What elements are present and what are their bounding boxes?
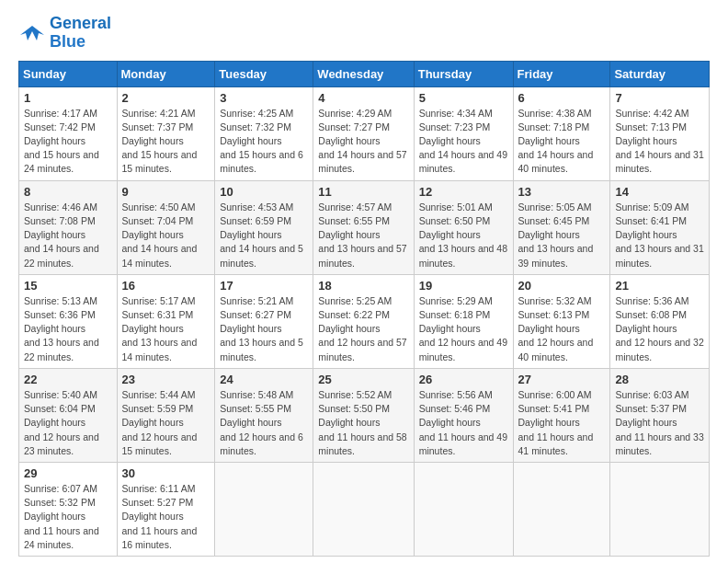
header: General Blue — [18, 15, 710, 52]
day-number: 14 — [615, 185, 704, 199]
day-number: 13 — [518, 185, 606, 199]
day-detail: Sunrise: 4:53 AMSunset: 6:59 PMDaylight … — [220, 201, 303, 269]
day-number: 5 — [419, 91, 508, 105]
day-cell — [513, 462, 610, 556]
day-cell: 13 Sunrise: 5:05 AMSunset: 6:45 PMDaylig… — [513, 180, 610, 274]
day-number: 15 — [24, 279, 112, 293]
day-number: 27 — [518, 373, 606, 386]
day-detail: Sunrise: 4:42 AMSunset: 7:13 PMDaylight … — [615, 108, 703, 175]
day-cell: 10 Sunrise: 4:53 AMSunset: 6:59 PMDaylig… — [215, 180, 313, 274]
day-number: 24 — [220, 373, 308, 386]
day-number: 22 — [24, 373, 112, 386]
day-cell: 14 Sunrise: 5:09 AMSunset: 6:41 PMDaylig… — [610, 180, 710, 274]
day-detail: Sunrise: 6:11 AMSunset: 5:27 PMDaylight … — [122, 483, 198, 550]
day-number: 30 — [122, 466, 210, 480]
column-header-tuesday: Tuesday — [215, 61, 313, 86]
svg-marker-0 — [20, 26, 44, 40]
column-header-monday: Monday — [117, 61, 215, 86]
day-cell: 6 Sunrise: 4:38 AMSunset: 7:18 PMDayligh… — [513, 86, 610, 180]
day-number: 7 — [615, 91, 704, 105]
day-detail: Sunrise: 5:09 AMSunset: 6:41 PMDaylight … — [615, 201, 703, 269]
day-cell: 23 Sunrise: 5:44 AMSunset: 5:59 PMDaylig… — [117, 368, 215, 462]
day-detail: Sunrise: 5:56 AMSunset: 5:46 PMDaylight … — [419, 389, 507, 456]
day-number: 2 — [122, 91, 210, 105]
day-detail: Sunrise: 5:29 AMSunset: 6:18 PMDaylight … — [419, 295, 507, 362]
day-detail: Sunrise: 5:48 AMSunset: 5:55 PMDaylight … — [220, 389, 303, 456]
column-header-wednesday: Wednesday — [313, 61, 414, 86]
day-cell: 5 Sunrise: 4:34 AMSunset: 7:23 PMDayligh… — [414, 86, 513, 180]
day-detail: Sunrise: 6:00 AMSunset: 5:41 PMDaylight … — [518, 389, 594, 456]
day-cell: 29 Sunrise: 6:07 AMSunset: 5:32 PMDaylig… — [19, 462, 118, 556]
day-number: 8 — [24, 185, 112, 199]
day-detail: Sunrise: 5:52 AMSunset: 5:50 PMDaylight … — [318, 389, 406, 456]
day-cell: 22 Sunrise: 5:40 AMSunset: 6:04 PMDaylig… — [19, 368, 118, 462]
day-detail: Sunrise: 5:01 AMSunset: 6:50 PMDaylight … — [419, 201, 507, 269]
day-detail: Sunrise: 4:57 AMSunset: 6:55 PMDaylight … — [318, 201, 406, 269]
day-detail: Sunrise: 5:25 AMSunset: 6:22 PMDaylight … — [318, 295, 406, 362]
day-number: 17 — [220, 279, 308, 293]
week-row-5: 29 Sunrise: 6:07 AMSunset: 5:32 PMDaylig… — [19, 462, 710, 556]
day-number: 3 — [220, 91, 308, 105]
day-number: 29 — [24, 466, 112, 480]
day-number: 20 — [518, 279, 606, 293]
day-detail: Sunrise: 4:25 AMSunset: 7:32 PMDaylight … — [220, 108, 303, 175]
week-row-2: 8 Sunrise: 4:46 AMSunset: 7:08 PMDayligh… — [19, 180, 710, 274]
day-detail: Sunrise: 5:13 AMSunset: 6:36 PMDaylight … — [24, 295, 99, 362]
day-cell: 4 Sunrise: 4:29 AMSunset: 7:27 PMDayligh… — [313, 86, 414, 180]
day-number: 9 — [122, 185, 210, 199]
day-cell: 9 Sunrise: 4:50 AMSunset: 7:04 PMDayligh… — [117, 180, 215, 274]
day-number: 6 — [518, 91, 606, 105]
logo-text: General Blue — [50, 15, 111, 52]
day-cell: 8 Sunrise: 4:46 AMSunset: 7:08 PMDayligh… — [19, 180, 118, 274]
day-cell: 3 Sunrise: 4:25 AMSunset: 7:32 PMDayligh… — [215, 86, 313, 180]
week-row-4: 22 Sunrise: 5:40 AMSunset: 6:04 PMDaylig… — [19, 368, 710, 462]
day-detail: Sunrise: 5:32 AMSunset: 6:13 PMDaylight … — [518, 295, 594, 362]
day-detail: Sunrise: 5:40 AMSunset: 6:04 PMDaylight … — [24, 389, 99, 456]
day-detail: Sunrise: 5:44 AMSunset: 5:59 PMDaylight … — [122, 389, 198, 456]
day-detail: Sunrise: 4:21 AMSunset: 7:37 PMDaylight … — [122, 108, 198, 175]
calendar-body: 1 Sunrise: 4:17 AMSunset: 7:42 PMDayligh… — [19, 86, 710, 556]
day-number: 11 — [318, 185, 408, 199]
day-cell: 30 Sunrise: 6:11 AMSunset: 5:27 PMDaylig… — [117, 462, 215, 556]
column-header-thursday: Thursday — [414, 61, 513, 86]
day-cell: 11 Sunrise: 4:57 AMSunset: 6:55 PMDaylig… — [313, 180, 414, 274]
logo-icon — [18, 22, 46, 44]
day-number: 25 — [318, 373, 408, 386]
day-detail: Sunrise: 4:50 AMSunset: 7:04 PMDaylight … — [122, 201, 198, 269]
day-number: 4 — [318, 91, 408, 105]
calendar-table: SundayMondayTuesdayWednesdayThursdayFrid… — [18, 61, 710, 557]
day-cell: 17 Sunrise: 5:21 AMSunset: 6:27 PMDaylig… — [215, 274, 313, 368]
day-number: 18 — [318, 279, 408, 293]
day-cell: 21 Sunrise: 5:36 AMSunset: 6:08 PMDaylig… — [610, 274, 710, 368]
day-number: 19 — [419, 279, 508, 293]
week-row-3: 15 Sunrise: 5:13 AMSunset: 6:36 PMDaylig… — [19, 274, 710, 368]
day-detail: Sunrise: 5:05 AMSunset: 6:45 PMDaylight … — [518, 201, 594, 269]
logo: General Blue — [18, 15, 111, 52]
day-cell: 18 Sunrise: 5:25 AMSunset: 6:22 PMDaylig… — [313, 274, 414, 368]
day-cell: 19 Sunrise: 5:29 AMSunset: 6:18 PMDaylig… — [414, 274, 513, 368]
day-detail: Sunrise: 6:03 AMSunset: 5:37 PMDaylight … — [615, 389, 703, 456]
day-cell: 25 Sunrise: 5:52 AMSunset: 5:50 PMDaylig… — [313, 368, 414, 462]
column-header-friday: Friday — [513, 61, 610, 86]
day-detail: Sunrise: 5:21 AMSunset: 6:27 PMDaylight … — [220, 295, 303, 362]
day-number: 23 — [122, 373, 210, 386]
day-number: 12 — [419, 185, 508, 199]
day-detail: Sunrise: 4:17 AMSunset: 7:42 PMDaylight … — [24, 108, 99, 175]
day-cell — [610, 462, 710, 556]
day-number: 1 — [24, 91, 112, 105]
day-cell: 24 Sunrise: 5:48 AMSunset: 5:55 PMDaylig… — [215, 368, 313, 462]
day-cell — [215, 462, 313, 556]
day-detail: Sunrise: 5:17 AMSunset: 6:31 PMDaylight … — [122, 295, 198, 362]
day-number: 10 — [220, 185, 308, 199]
day-cell: 16 Sunrise: 5:17 AMSunset: 6:31 PMDaylig… — [117, 274, 215, 368]
column-header-sunday: Sunday — [19, 61, 118, 86]
day-cell: 7 Sunrise: 4:42 AMSunset: 7:13 PMDayligh… — [610, 86, 710, 180]
day-detail: Sunrise: 4:38 AMSunset: 7:18 PMDaylight … — [518, 108, 594, 175]
day-detail: Sunrise: 4:34 AMSunset: 7:23 PMDaylight … — [419, 108, 507, 175]
day-detail: Sunrise: 5:36 AMSunset: 6:08 PMDaylight … — [615, 295, 703, 362]
day-cell — [313, 462, 414, 556]
day-cell — [414, 462, 513, 556]
day-number: 16 — [122, 279, 210, 293]
day-number: 21 — [615, 279, 704, 293]
calendar-header-row: SundayMondayTuesdayWednesdayThursdayFrid… — [19, 61, 710, 86]
